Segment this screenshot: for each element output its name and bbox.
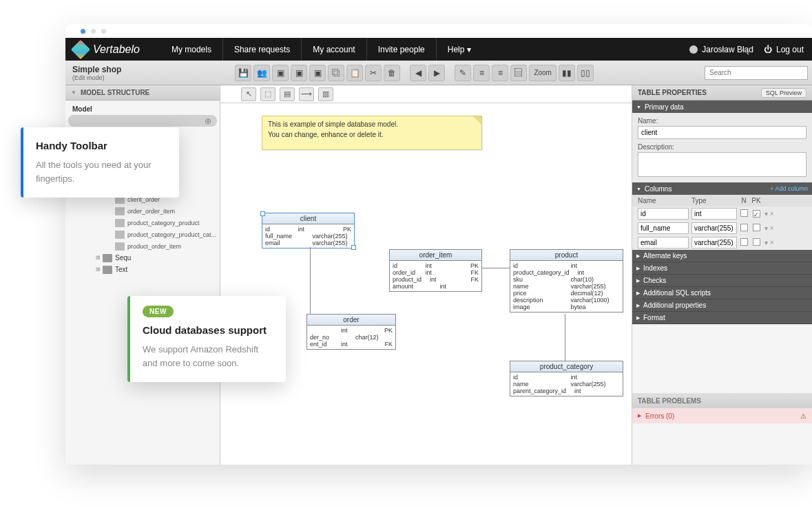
collapsed-section[interactable]: Format xyxy=(632,312,812,324)
redo-icon[interactable]: ▶ xyxy=(428,65,445,81)
table-name-input[interactable] xyxy=(638,126,806,139)
brand-logo[interactable]: Vertabelo xyxy=(74,43,140,56)
view-mode-1-icon[interactable]: ▮▮ xyxy=(559,65,575,81)
window-traffic-lights xyxy=(65,24,812,38)
sticky-note[interactable]: This is example of simple database model… xyxy=(262,116,482,150)
align-left-icon[interactable]: ≡ xyxy=(473,65,490,81)
entity-order[interactable]: order intPK der_nochar(12) ent_idintFK xyxy=(306,314,396,350)
column-row[interactable]: ▾ × xyxy=(632,221,812,235)
col-type-input[interactable] xyxy=(691,237,737,248)
tree-ref-item[interactable]: order_order_item xyxy=(65,205,220,217)
pk-checkbox[interactable] xyxy=(753,224,760,231)
brand-text: Vertabelo xyxy=(93,43,140,56)
view-mode-2-icon[interactable]: ▯▯ xyxy=(577,65,594,81)
diagram-canvas[interactable]: ↖ ⬚ ▤ ⟶ ▥ This is example of simple data… xyxy=(220,85,632,465)
nullable-checkbox[interactable] xyxy=(740,224,748,231)
desc-label: Description: xyxy=(638,143,806,151)
tree-selected-item[interactable]: ⊕ xyxy=(68,115,217,127)
collapsed-section[interactable]: Additional properties xyxy=(632,299,812,312)
callout-title: Handy Toolbar xyxy=(36,140,167,151)
export-png-icon[interactable]: ▣ xyxy=(272,65,289,81)
collapsed-section[interactable]: Checks xyxy=(632,275,812,287)
tree-root[interactable]: Model xyxy=(65,103,220,115)
copy-icon[interactable]: ⿻ xyxy=(328,65,344,81)
user-name: Jarosław Błąd xyxy=(702,45,753,54)
callout-body: We support Amazon Redshift and more to c… xyxy=(143,343,273,370)
reference-tool-icon[interactable]: ⟶ xyxy=(299,87,314,101)
export-sql-icon[interactable]: ▣ xyxy=(291,65,307,81)
power-icon: ⏻ xyxy=(764,45,772,54)
search-input[interactable] xyxy=(705,66,808,80)
marquee-tool-icon[interactable]: ⬚ xyxy=(260,87,275,101)
col-name-input[interactable] xyxy=(638,237,689,248)
arrange-icon[interactable]: ⿳ xyxy=(510,65,527,81)
entity-client[interactable]: client idintPK full_namevarchar(255) ema… xyxy=(262,213,355,248)
problems-panel-header[interactable]: TABLE PROBLEMS xyxy=(632,393,812,408)
callout-body: All the tools you need at your fingertip… xyxy=(36,158,167,185)
name-label: Name: xyxy=(638,117,806,125)
nav-invite-people[interactable]: Invite people xyxy=(367,38,436,61)
vertabelo-icon xyxy=(71,39,90,59)
model-title[interactable]: Simple shop (Edit mode) xyxy=(70,65,121,81)
properties-panel-header: TABLE PROPERTIES SQL Preview xyxy=(632,85,812,100)
nullable-checkbox[interactable] xyxy=(740,209,748,217)
edit-icon[interactable]: ✎ xyxy=(455,65,471,81)
callout-toolbar: Handy Toolbar All the tools you need at … xyxy=(21,127,179,198)
entity-product[interactable]: product idint product_category_idint sku… xyxy=(510,249,623,313)
col-type-input[interactable] xyxy=(691,222,737,234)
pointer-tool-icon[interactable]: ↖ xyxy=(241,87,256,101)
tree-text-notes[interactable]: ⊞Text xyxy=(65,264,220,275)
sql-preview-button[interactable]: SQL Preview xyxy=(761,88,806,98)
add-icon[interactable]: ⊕ xyxy=(205,116,211,126)
errors-row[interactable]: Errors (0) xyxy=(632,408,812,423)
export-xml-icon[interactable]: ▣ xyxy=(309,65,326,81)
logout-button[interactable]: ⏻ Log out xyxy=(764,45,804,54)
save-icon[interactable]: 💾 xyxy=(235,65,251,81)
nullable-checkbox[interactable] xyxy=(740,238,748,246)
user-menu[interactable]: Jarosław Błąd xyxy=(689,45,753,54)
nav-my-account[interactable]: My account xyxy=(302,38,366,61)
collapsed-section[interactable]: Alternate keys xyxy=(632,250,812,262)
entity-order-item[interactable]: order_item idintPK order_idintFK product… xyxy=(389,249,482,292)
group-icon[interactable]: 👥 xyxy=(253,65,270,81)
paste-icon[interactable]: 📋 xyxy=(346,65,363,81)
cut-icon[interactable]: ✂ xyxy=(365,65,382,81)
entity-product-category[interactable]: product_category idint namevarchar(255) … xyxy=(510,361,623,396)
user-icon xyxy=(689,45,698,54)
collapsed-section[interactable]: Additional SQL scripts xyxy=(632,287,812,299)
table-desc-input[interactable] xyxy=(638,152,806,177)
column-row[interactable]: ▾ × xyxy=(632,235,812,250)
column-row[interactable]: ▾ × xyxy=(632,207,812,221)
callout-cloud-db: NEW Cloud databases support We support A… xyxy=(127,296,286,382)
align-right-icon[interactable]: ≡ xyxy=(492,65,508,81)
undo-icon[interactable]: ◀ xyxy=(410,65,426,81)
pk-checkbox[interactable] xyxy=(753,210,760,218)
new-badge: NEW xyxy=(143,306,174,317)
primary-data-section[interactable]: Primary data xyxy=(632,100,812,113)
nav-share-requests[interactable]: Share requests xyxy=(223,38,301,61)
tree-ref-item[interactable]: product_order_item xyxy=(65,240,220,252)
col-type-input[interactable] xyxy=(691,208,737,220)
note-tool-icon[interactable]: ▥ xyxy=(318,87,333,101)
zoom-button[interactable]: Zoom xyxy=(529,65,556,81)
main-toolbar: Simple shop (Edit mode) 💾 👥 ▣ ▣ ▣ ⿻ 📋 ✂ … xyxy=(65,61,812,85)
callout-title: Cloud databases support xyxy=(143,324,273,336)
tree-ref-item[interactable]: product_category_product xyxy=(65,217,220,229)
top-nav: Vertabelo My models Share requests My ac… xyxy=(65,38,812,61)
columns-section[interactable]: Columns + Add column xyxy=(632,182,812,195)
collapsed-section[interactable]: Indexes xyxy=(632,262,812,275)
nav-my-models[interactable]: My models xyxy=(160,38,222,61)
delete-icon[interactable]: 🗑 xyxy=(384,65,400,81)
col-name-input[interactable] xyxy=(638,222,689,234)
add-column-button[interactable]: + Add column xyxy=(770,185,808,192)
pk-checkbox[interactable] xyxy=(753,238,760,246)
tree-ref-item[interactable]: product_category_product_cat... xyxy=(65,229,220,240)
tree-sequences[interactable]: ⊞Sequ xyxy=(65,252,220,264)
structure-panel-header[interactable]: MODEL STRUCTURE xyxy=(65,85,220,100)
columns-header-row: Name Type N PK xyxy=(632,195,812,207)
col-name-input[interactable] xyxy=(638,208,689,220)
table-tool-icon[interactable]: ▤ xyxy=(280,87,295,101)
nav-help[interactable]: Help ▾ xyxy=(437,38,482,61)
